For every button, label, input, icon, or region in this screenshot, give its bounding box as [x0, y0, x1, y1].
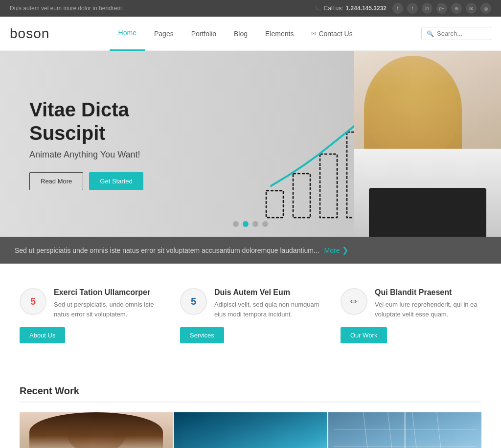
html5-icon: 5 [20, 288, 46, 315]
feature-desc-2: Adipisci velit, sed quia non numquam eiu… [214, 300, 321, 319]
phone-number: 1.244.145.3232 [346, 5, 387, 12]
svg-rect-1 [293, 174, 310, 218]
css3-icon: 5 [180, 288, 207, 315]
social-pin[interactable]: ⊕ [451, 3, 462, 14]
svg-rect-2 [320, 154, 337, 218]
feature-header-3: ✏ Qui Blandit Praesent Vel eum iure repr… [341, 288, 481, 319]
main-nav: Home Pages Portfolio Blog Elements ✉ Con… [110, 17, 362, 50]
logo[interactable]: boson [10, 26, 49, 42]
header: boson Home Pages Portfolio Blog Elements… [0, 17, 501, 51]
nav-home[interactable]: Home [110, 17, 145, 51]
slider-dot-3[interactable] [252, 221, 258, 227]
nav-elements[interactable]: Elements [256, 17, 302, 51]
hero-subtitle: Animate Anything You Want! [29, 150, 176, 160]
slider-dots [233, 221, 268, 227]
work-item-2[interactable] [174, 412, 327, 448]
feature-header-2: 5 Duis Autem Vel Eum Adipisci velit, sed… [180, 288, 321, 319]
search-icon: 🔍 [427, 30, 434, 37]
topbar-tagline: Duis autem vel eum iriure dolor in hendr… [10, 5, 124, 12]
banner-more-link[interactable]: More [324, 246, 340, 254]
read-more-button[interactable]: Read More [29, 172, 83, 190]
nav-contact[interactable]: ✉ Contact Us [302, 17, 361, 51]
nav-blog[interactable]: Blog [225, 17, 256, 51]
banner-bar: Sed ut perspiciatis unde omnis iste natu… [0, 237, 501, 264]
feature-item-1: 5 Exerci Tation Ullamcorper Sed ut persp… [20, 288, 160, 343]
work-grid [20, 412, 481, 448]
feature-item-2: 5 Duis Autem Vel Eum Adipisci velit, sed… [180, 288, 321, 343]
recent-work-title: Recent Work [20, 385, 481, 403]
feature-desc-1: Sed ut perspiciatis, unde omnis iste nat… [54, 300, 160, 319]
our-work-button[interactable]: Our Work [341, 327, 387, 343]
social-linkedin[interactable]: in [422, 3, 433, 14]
svg-line-10 [436, 412, 446, 448]
hero-content: Vitae Dicta Suscipit Animate Anything Yo… [0, 98, 205, 190]
hero-buttons: Read More Get Started [29, 172, 176, 190]
top-bar: Duis autem vel eum iriure dolor in hendr… [0, 0, 501, 17]
social-icons: f t in g+ ⊕ ✉ ◎ [392, 3, 491, 14]
search-input[interactable] [437, 30, 486, 37]
hero-person [354, 51, 501, 237]
banner-text: Sed ut perspiciatis unde omnis iste natu… [15, 246, 319, 254]
pencil-icon: ✏ [341, 288, 367, 315]
phone-label: Call us: [324, 5, 343, 12]
about-us-button[interactable]: About Us [20, 327, 65, 343]
envelope-icon: ✉ [311, 30, 316, 37]
feature-text-2: Duis Autem Vel Eum Adipisci velit, sed q… [214, 288, 321, 319]
social-facebook[interactable]: f [392, 3, 403, 14]
social-rss[interactable]: ◎ [480, 3, 491, 14]
nav-contact-label: Contact Us [319, 30, 352, 38]
building-svg [328, 412, 481, 448]
slider-dot-2[interactable] [243, 221, 249, 227]
chevron-right-icon: ❯ [342, 246, 348, 255]
nav-pages[interactable]: Pages [145, 17, 182, 51]
svg-rect-0 [266, 191, 283, 218]
recent-work-section: Recent Work [0, 368, 501, 448]
feature-desc-3: Vel eum iure reprehenderit, qui in ea vo… [375, 300, 481, 319]
svg-line-8 [387, 412, 397, 448]
feature-title-1: Exerci Tation Ullamcorper [54, 288, 160, 297]
social-google[interactable]: g+ [436, 3, 447, 14]
feature-title-2: Duis Autem Vel Eum [214, 288, 321, 297]
services-button[interactable]: Services [180, 327, 224, 343]
slider-dot-1[interactable] [233, 221, 239, 227]
svg-line-7 [363, 412, 373, 448]
hero-title: Vitae Dicta Suscipit [29, 98, 176, 145]
get-started-button[interactable]: Get Started [89, 172, 143, 190]
slider-dot-4[interactable] [262, 221, 268, 227]
topbar-right: 📞 Call us: 1.244.145.3232 f t in g+ ⊕ ✉ … [314, 3, 491, 14]
search-box[interactable]: 🔍 [421, 27, 491, 40]
social-twitter[interactable]: t [407, 3, 418, 14]
feature-header-1: 5 Exerci Tation Ullamcorper Sed ut persp… [20, 288, 160, 319]
hero-section: Vitae Dicta Suscipit Animate Anything Yo… [0, 51, 501, 237]
topbar-phone: 📞 Call us: 1.244.145.3232 [314, 5, 387, 12]
feature-text-1: Exerci Tation Ullamcorper Sed ut perspic… [54, 288, 160, 319]
social-mail[interactable]: ✉ [466, 3, 477, 14]
feature-title-3: Qui Blandit Praesent [375, 288, 481, 297]
work-item-1[interactable] [20, 412, 173, 448]
features-section: 5 Exerci Tation Ullamcorper Sed ut persp… [0, 264, 501, 368]
feature-text-3: Qui Blandit Praesent Vel eum iure repreh… [375, 288, 481, 319]
svg-line-9 [412, 412, 422, 448]
feature-item-3: ✏ Qui Blandit Praesent Vel eum iure repr… [341, 288, 481, 343]
work-item-3[interactable] [328, 412, 481, 448]
phone-icon: 📞 [314, 5, 321, 12]
nav-portfolio[interactable]: Portfolio [182, 17, 225, 51]
